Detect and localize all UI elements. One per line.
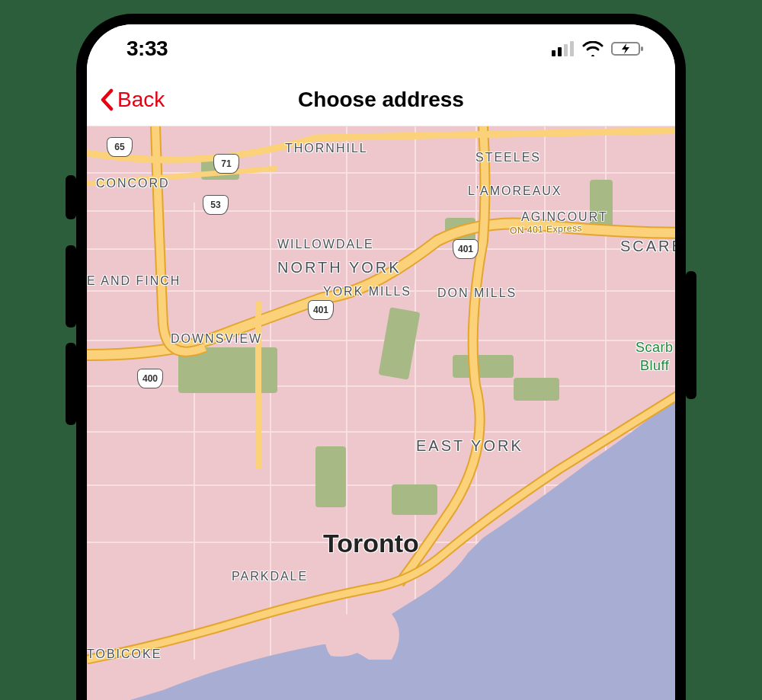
phone-power-button	[686, 271, 696, 399]
battery-charging-icon	[611, 41, 645, 56]
chevron-left-icon	[99, 88, 116, 111]
label-york-mills: YORK MILLS	[323, 285, 411, 299]
route-shield-53: 53	[203, 195, 229, 215]
label-scarborough: SCARB	[620, 238, 675, 255]
phone-frame: 3:33	[76, 14, 686, 700]
phone-volume-up	[66, 245, 76, 328]
svg-rect-2	[564, 44, 568, 56]
label-north-york: NORTH YORK	[277, 259, 402, 276]
label-agincourt: AGINCOURT	[521, 210, 608, 224]
label-concord: CONCORD	[96, 177, 170, 190]
label-park-bluff: Bluff	[640, 358, 669, 374]
svg-rect-5	[641, 46, 643, 51]
cellular-signal-icon	[552, 41, 575, 56]
label-etobicoke: TOBICOKE	[87, 647, 162, 661]
route-shield-71: 71	[213, 154, 239, 174]
label-parkdale: PARKDALE	[232, 570, 308, 583]
svg-rect-3	[570, 41, 574, 56]
back-button[interactable]: Back	[87, 88, 165, 112]
label-steeles: STEELES	[475, 151, 541, 165]
label-lamoreaux: L'AMOREAUX	[468, 184, 562, 198]
phone-volume-down	[66, 343, 76, 425]
phone-screen: 3:33	[87, 24, 675, 700]
route-shield-401a: 401	[453, 239, 479, 259]
map-canvas[interactable]: 65 71 53 401 401 400 THORNHILL CONCORD S…	[87, 126, 675, 700]
label-downsview: DOWNSVIEW	[171, 332, 262, 346]
phone-silent-switch	[66, 175, 76, 219]
label-willowdale: WILLOWDALE	[277, 238, 374, 251]
route-shield-400: 400	[137, 369, 163, 388]
label-city-toronto: Toronto	[323, 529, 419, 558]
label-east-york: EAST YORK	[416, 437, 523, 455]
wifi-icon	[582, 41, 604, 56]
svg-rect-0	[552, 50, 555, 56]
route-shield-65: 65	[107, 137, 133, 157]
label-don-mills: DON MILLS	[437, 286, 517, 300]
label-park-scarb: Scarb	[636, 340, 674, 356]
status-icons	[552, 41, 645, 56]
route-shield-401b: 401	[308, 300, 334, 320]
page-title: Choose address	[87, 88, 675, 112]
nav-bar: Back Choose address	[87, 73, 675, 126]
status-time: 3:33	[126, 37, 168, 61]
back-label: Back	[117, 88, 165, 112]
label-thornhill: THORNHILL	[285, 142, 368, 155]
status-bar: 3:33	[87, 24, 675, 73]
svg-rect-1	[558, 47, 562, 56]
label-jane-finch: E AND FINCH	[87, 274, 181, 288]
